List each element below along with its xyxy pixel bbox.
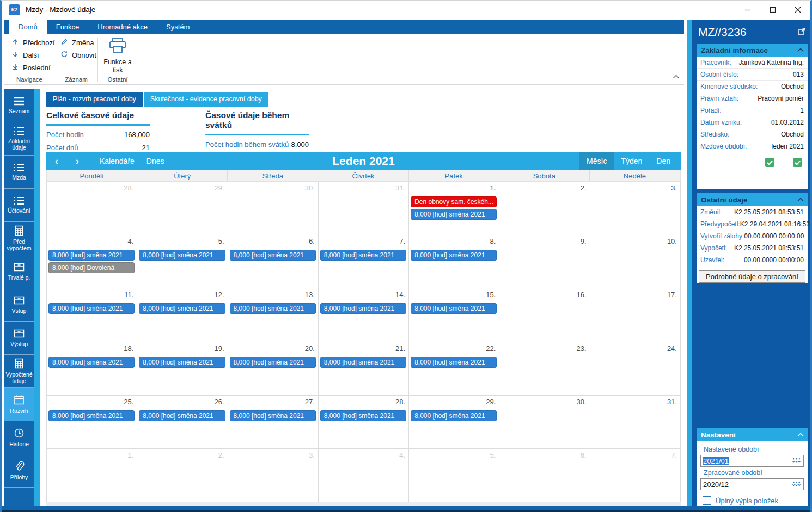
calendar-cell[interactable]: 5. — [409, 449, 499, 502]
calendar-cell[interactable]: 31. — [319, 182, 409, 235]
tab-plan-rozvrh[interactable]: Plán - rozvrh pracovní doby — [46, 92, 143, 107]
ribbon-tab-hromadne-akce[interactable]: Hromadné akce — [88, 20, 157, 34]
today-button[interactable]: Dnes — [146, 157, 164, 165]
sidebar-item-seznam[interactable]: Seznam — [4, 89, 34, 122]
calendar-cell[interactable]: 3. — [590, 182, 681, 235]
event-chip[interactable]: 8,000 [hod] směna 2021 — [139, 357, 225, 368]
next-record-button[interactable]: Další — [7, 49, 52, 61]
calendar-cell[interactable]: 4. — [319, 449, 409, 502]
event-chip[interactable]: 8,000 [hod] směna 2021 — [320, 410, 406, 421]
maximize-button[interactable] — [760, 1, 785, 19]
event-chip[interactable]: 8,000 [hod] směna 2021 — [320, 357, 406, 368]
calendar-cell[interactable]: 29. 8,000 [hod] směna 2021 — [409, 396, 499, 449]
view-week-button[interactable]: Týden — [614, 152, 649, 170]
sidebar-item-rozvrh[interactable]: Rozvrh — [4, 388, 34, 421]
collapse-ribbon-icon[interactable] — [673, 71, 680, 81]
event-chip[interactable]: 8,000 [hod] směna 2021 — [48, 250, 135, 261]
calendar-cell[interactable]: 11. 8,000 [hod] směna 2021 — [47, 288, 137, 342]
open-external-icon[interactable] — [797, 26, 806, 39]
ribbon-tab-system[interactable]: Systém — [157, 20, 199, 34]
calendar-cell[interactable]: 13. 8,000 [hod] směna 2021 — [228, 288, 319, 342]
calendar-cell[interactable]: 31. — [590, 396, 681, 449]
calendar-cell[interactable]: 23. — [499, 342, 590, 396]
ribbon-tab-domu[interactable]: Domů — [9, 20, 47, 34]
period-dropdown-icon[interactable] — [792, 458, 801, 466]
collapse-section-icon[interactable] — [793, 193, 808, 206]
calendar-next-icon[interactable]: › — [67, 155, 88, 167]
calendar-cell[interactable]: 2. — [137, 449, 228, 502]
calendar-cell[interactable]: 16. — [499, 288, 590, 342]
calendar-cell[interactable]: 2. — [499, 182, 590, 235]
event-chip[interactable]: 8,000 [hod] směna 2021 — [411, 250, 497, 261]
calendar-cell[interactable]: 21. 8,000 [hod] směna 2021 — [319, 342, 409, 396]
calendar-cell[interactable]: 26. 8,000 [hod] směna 2021 — [137, 396, 228, 449]
event-chip[interactable]: 8,000 [hod] směna 2021 — [230, 303, 316, 314]
event-chip[interactable]: 8,000 [hod] směna 2021 — [48, 410, 135, 421]
event-chip[interactable]: 8,000 [hod] směna 2021 — [230, 357, 316, 368]
calendar-cell[interactable]: 20. 8,000 [hod] směna 2021 — [228, 342, 319, 396]
event-chip[interactable]: 8,000 [hod] směna 2021 — [320, 250, 406, 261]
calendar-cell[interactable]: 19. 8,000 [hod] směna 2021 — [137, 342, 228, 396]
calendar-cell[interactable]: 3. — [228, 449, 319, 502]
event-chip[interactable]: 8,000 [hod] směna 2021 — [139, 250, 225, 261]
calendar-cell[interactable]: 30. — [499, 396, 590, 449]
calendar-cell[interactable]: 17. — [590, 288, 681, 342]
event-chip[interactable]: 8,000 [hod] směna 2021 — [411, 357, 497, 368]
event-chip[interactable]: 8,000 [hod] Dovolená — [48, 262, 135, 273]
event-chip[interactable]: 8,000 [hod] směna 2021 — [230, 410, 316, 421]
calendar-cell[interactable]: 28. 8,000 [hod] směna 2021 — [319, 396, 409, 449]
calendar-cell[interactable]: 24. — [590, 342, 681, 396]
event-chip[interactable]: Den obnovy sam. českéh... — [411, 196, 497, 207]
sidebar-item-mzda[interactable]: Mzda — [4, 156, 34, 189]
period-proc-input[interactable]: 2020/12 — [700, 478, 804, 490]
event-chip[interactable]: 8,000 [hod] směna 2021 — [411, 303, 497, 314]
event-chip[interactable]: 8,000 [hod] směna 2021 — [139, 303, 225, 314]
functions-print-button[interactable]: Funkce a tisk — [100, 38, 136, 75]
calendar-cell[interactable]: 14. 8,000 [hod] směna 2021 — [319, 288, 409, 342]
edit-record-button[interactable]: Změna — [56, 36, 96, 49]
full-listing-checkbox[interactable] — [703, 496, 711, 505]
event-chip[interactable]: 8,000 [hod] směna 2021 — [48, 303, 135, 314]
tab-skutecnost-evidence[interactable]: Skutečnost - evidence pracovní doby — [144, 92, 268, 107]
event-chip[interactable]: 8,000 [hod] směna 2021 — [230, 250, 316, 261]
calendar-cell[interactable]: 8. 8,000 [hod] směna 2021 — [409, 235, 499, 288]
calendar-prev-icon[interactable]: ‹ — [46, 155, 67, 167]
calendar-cell[interactable]: 28. — [47, 182, 137, 235]
calendar-cell[interactable]: 29. — [137, 182, 228, 235]
calendar-cell[interactable]: 15. 8,000 [hod] směna 2021 — [409, 288, 499, 342]
sidebar-item-prilohy[interactable]: Přílohy — [4, 454, 34, 488]
event-chip[interactable]: 8,000 [hod] směna 2021 — [48, 357, 135, 368]
calendar-cell[interactable]: 22. 8,000 [hod] směna 2021 — [409, 342, 499, 396]
event-chip[interactable]: 8,000 [hod] směna 2021 — [320, 303, 406, 314]
minimize-button[interactable] — [735, 1, 760, 19]
calendar-cell[interactable]: 1. Den obnovy sam. českéh... 8,000 [hod]… — [409, 182, 499, 235]
view-day-button[interactable]: Den — [649, 152, 677, 170]
sidebar-item-pred-vypoctem[interactable]: Před výpočtem — [4, 222, 34, 255]
period-set-input[interactable]: 2021/01 — [700, 455, 804, 467]
ribbon-tab-funkce[interactable]: Funkce — [47, 20, 89, 34]
calendar-cell[interactable]: 18. 8,000 [hod] směna 2021 — [47, 342, 137, 396]
event-chip[interactable]: 8,000 [hod] směna 2021 — [411, 410, 497, 421]
period-dropdown-icon[interactable] — [792, 481, 801, 490]
view-month-button[interactable]: Měsíc — [579, 152, 614, 170]
calendar-cell[interactable]: 6. — [499, 449, 590, 502]
event-chip[interactable]: 8,000 [hod] směna 2021 — [411, 209, 497, 220]
processing-details-button[interactable]: Podrobné údaje o zpracování — [699, 270, 805, 283]
sidebar-item-trvale-p[interactable]: Trvalé p. — [4, 255, 34, 288]
calendar-cell[interactable]: 5. 8,000 [hod] směna 2021 — [137, 235, 228, 288]
calendar-cell[interactable]: 1. — [47, 449, 137, 502]
sidebar-item-uctovani[interactable]: Účtování — [4, 189, 34, 222]
calendar-cell[interactable]: 9. — [499, 235, 590, 288]
collapse-section-icon[interactable] — [793, 44, 808, 57]
sidebar-item-vypoctene-udaje[interactable]: Vypočtené údaje — [4, 355, 34, 388]
previous-record-button[interactable]: Předchozí — [7, 36, 52, 49]
calendar-cell[interactable]: 12. 8,000 [hod] směna 2021 — [137, 288, 228, 342]
sidebar-item-zakladni-udaje[interactable]: Základní údaje — [4, 122, 34, 156]
calendars-button[interactable]: Kalendáře — [100, 157, 135, 165]
sidebar-item-historie[interactable]: Historie — [4, 421, 34, 454]
calendar-cell[interactable]: 27. 8,000 [hod] směna 2021 — [228, 396, 319, 449]
calendar-cell[interactable]: 7. 8,000 [hod] směna 2021 — [319, 235, 409, 288]
sidebar-item-vystup[interactable]: Výstup — [4, 322, 34, 355]
calendar-cell[interactable]: 4. 8,000 [hod] směna 2021 8,000 [hod] Do… — [47, 235, 137, 288]
refresh-button[interactable]: Obnovit — [56, 49, 96, 61]
